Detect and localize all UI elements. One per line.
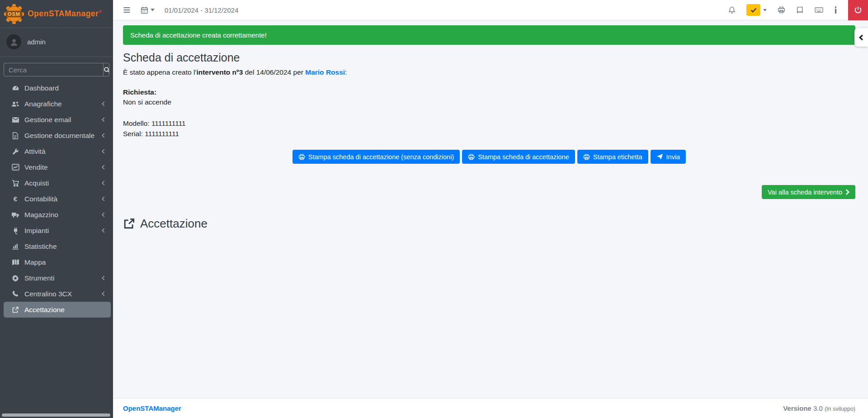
phone-icon xyxy=(10,290,20,297)
plug-icon xyxy=(10,227,20,234)
app-window: OSM OpenSTAManager® admin xyxy=(0,0,868,418)
power-icon xyxy=(854,6,862,14)
sidebar-item-strumenti[interactable]: Strumenti xyxy=(4,270,111,286)
chevron-left-icon xyxy=(101,291,105,296)
chevron-left-icon xyxy=(101,212,105,217)
action-buttons-row: Stampa scheda di accettazione (senza con… xyxy=(123,150,855,164)
keyboard-icon[interactable] xyxy=(815,7,823,13)
sidebar-horizontal-scrollbar[interactable] xyxy=(2,413,110,417)
tachometer-icon xyxy=(10,84,20,92)
registered-mark: ® xyxy=(99,10,102,14)
hamburger-icon[interactable] xyxy=(123,7,131,13)
user-name[interactable]: admin xyxy=(27,38,46,46)
info-icon[interactable] xyxy=(834,6,837,14)
search-button[interactable] xyxy=(103,63,109,76)
wrench-icon xyxy=(10,148,20,155)
chevron-left-icon xyxy=(101,180,105,185)
section-header: Accettazione xyxy=(123,217,855,231)
chevron-left-icon xyxy=(101,149,105,154)
footer: OpenSTAManager Versione 3.0 (In sviluppo… xyxy=(113,398,868,418)
chevron-right-icon xyxy=(845,189,849,195)
sidebar-item-acquisti[interactable]: Acquisti xyxy=(4,175,111,191)
topbar: 01/01/2024 - 31/12/2024 xyxy=(113,0,868,20)
sidebar-item-attivita[interactable]: Attività xyxy=(4,143,111,159)
request-label: Richiesta: xyxy=(123,88,855,96)
cart-icon xyxy=(10,180,20,187)
sidebar-item-magazzino[interactable]: Magazzino xyxy=(4,207,111,223)
external-link-icon[interactable] xyxy=(123,218,135,230)
power-button[interactable] xyxy=(848,0,868,20)
user-panel: admin xyxy=(0,28,113,57)
check-icon[interactable] xyxy=(746,4,760,16)
go-to-intervento-button[interactable]: Vai alla scheda intervento xyxy=(762,185,855,199)
bell-icon[interactable] xyxy=(728,6,736,14)
sidebar: OSM OpenSTAManager® admin xyxy=(0,0,113,418)
brand-title: OpenSTAManager® xyxy=(28,9,102,19)
intervento-number: intervento nº3 xyxy=(196,68,243,76)
sidebar-item-impianti[interactable]: Impianti xyxy=(4,223,111,238)
external-link-icon xyxy=(10,306,20,314)
footer-brand-link[interactable]: OpenSTAManager xyxy=(123,404,181,412)
sidebar-item-dashboard[interactable]: Dashboard xyxy=(4,80,111,96)
intro-paragraph: È stato appena creato l'intervento nº3 d… xyxy=(123,68,855,76)
osm-gear-logo-icon: OSM xyxy=(4,4,24,24)
sidebar-item-centralino-3cx[interactable]: Centralino 3CX xyxy=(4,286,111,302)
sidebar-item-gestione-documentale[interactable]: Gestione documentale xyxy=(4,128,111,143)
caret-down-icon xyxy=(763,9,767,11)
chart-bar-icon xyxy=(10,243,20,250)
calendar-icon xyxy=(141,6,148,14)
euro-icon: € xyxy=(10,195,20,203)
print-button[interactable]: Stampa scheda di accettazione xyxy=(462,150,575,164)
serial-line: Serial: 1111111111 xyxy=(123,128,855,139)
search-icon xyxy=(104,66,109,73)
sidebar-item-gestione-email[interactable]: Gestione email xyxy=(4,112,111,128)
paper-plane-icon xyxy=(656,153,663,160)
document-icon xyxy=(10,132,20,139)
truck-icon xyxy=(10,211,20,218)
device-info: Modello: 1111111111 Serial: 1111111111 xyxy=(123,118,855,139)
section-title: Accettazione xyxy=(140,217,208,231)
calendar-dropdown[interactable] xyxy=(141,6,155,14)
printer-icon xyxy=(298,154,305,160)
printer-icon[interactable] xyxy=(778,6,785,14)
map-icon xyxy=(10,259,20,266)
avatar[interactable] xyxy=(6,34,21,49)
sidebar-item-anagrafiche[interactable]: Anagrafiche xyxy=(4,96,111,112)
model-line: Modello: 1111111111 xyxy=(123,118,855,128)
chevron-left-icon xyxy=(101,196,105,201)
osm-badge-text: OSM xyxy=(8,11,20,17)
chevron-left-icon xyxy=(101,133,105,138)
caret-down-icon xyxy=(151,9,155,11)
go-button-row: Vai alla scheda intervento xyxy=(123,185,855,199)
session-check-dropdown[interactable] xyxy=(746,4,767,16)
chevron-left-icon xyxy=(859,34,864,41)
date-range-filter[interactable]: 01/01/2024 - 31/12/2024 xyxy=(165,6,238,14)
print-label-button[interactable]: Stampa etichetta xyxy=(577,150,648,164)
print-no-conditions-button[interactable]: Stampa scheda di accettazione (senza con… xyxy=(292,150,460,164)
chevron-left-icon xyxy=(101,101,105,106)
chart-line-icon xyxy=(10,164,20,171)
success-alert: Scheda di accettazione creata correttame… xyxy=(123,25,855,45)
main-content: Scheda di accettazione creata correttame… xyxy=(113,20,868,398)
chevron-left-icon xyxy=(101,165,105,170)
sidebar-item-vendite[interactable]: Vendite xyxy=(4,159,111,175)
sidebar-item-contabilita[interactable]: € Contabilità xyxy=(4,191,111,207)
printer-icon xyxy=(468,154,475,160)
chevron-left-icon xyxy=(101,228,105,233)
search-input[interactable] xyxy=(4,63,103,76)
collapse-panel-button[interactable] xyxy=(854,28,868,47)
sidebar-item-statistiche[interactable]: Statistiche xyxy=(4,238,111,254)
sidebar-search xyxy=(4,63,109,76)
request-value: Non si accende xyxy=(123,97,855,107)
version-info: Versione 3.0 (In sviluppo) xyxy=(783,404,855,412)
page-title: Scheda di accettazione xyxy=(123,51,855,64)
chevron-left-icon xyxy=(101,276,105,280)
customer-link[interactable]: Mario Rossi xyxy=(305,68,345,76)
book-icon[interactable] xyxy=(796,6,804,14)
gear-icon xyxy=(10,275,20,282)
user-silhouette-icon xyxy=(9,37,19,47)
send-button[interactable]: Invia xyxy=(651,150,686,164)
brand-logo[interactable]: OSM OpenSTAManager® xyxy=(0,0,113,28)
sidebar-item-accettazione[interactable]: Accettazione xyxy=(4,302,111,318)
sidebar-item-mappa[interactable]: Mappa xyxy=(4,254,111,270)
